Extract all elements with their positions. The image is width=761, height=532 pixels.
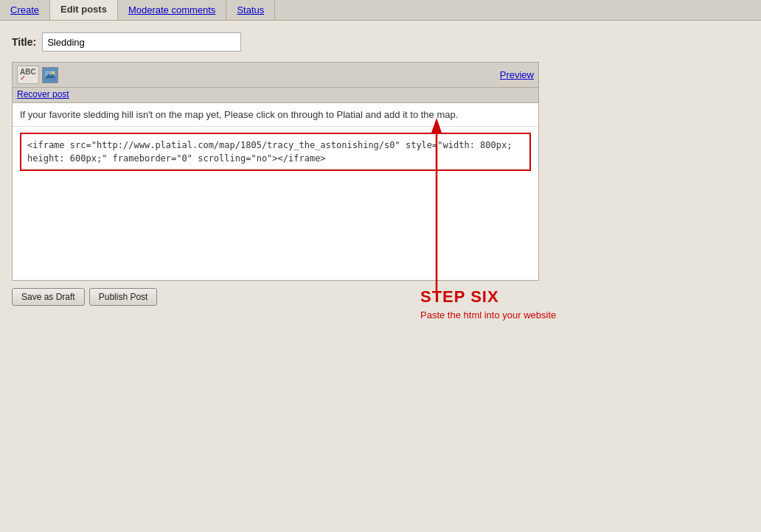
publish-post-button[interactable]: Publish Post [89,288,158,306]
spellcheck-icon[interactable]: ABC ✓ [17,66,39,84]
code-text: <iframe src="http://www.platial.com/map/… [27,140,512,164]
preview-link[interactable]: Preview [500,69,534,80]
image-icon[interactable] [42,67,58,83]
title-input[interactable] [42,32,241,52]
toolbar-left: ABC ✓ [17,66,58,84]
top-nav: Create Edit posts Moderate comments Stat… [0,0,761,21]
main-content: Title: ABC ✓ [0,21,761,532]
editor-container: ABC ✓ Preview Recove [12,62,539,281]
editor-toolbar: ABC ✓ Preview [13,63,538,88]
editor-body: If your favorite sledding hill isn't on … [13,103,538,280]
nav-create[interactable]: Create [0,0,50,20]
intro-text: If your favorite sledding hill isn't on … [13,103,538,127]
nav-status[interactable]: Status [226,0,275,20]
svg-point-3 [52,71,55,74]
buttons-row: Save as Draft Publish Post [12,288,749,306]
title-row: Title: [12,32,749,52]
title-label: Title: [12,36,36,48]
code-highlight-box: <iframe src="http://www.platial.com/map/… [20,133,531,171]
nav-edit-posts[interactable]: Edit posts [50,0,118,20]
page-wrapper: Create Edit posts Moderate comments Stat… [0,0,761,532]
nav-moderate-comments[interactable]: Moderate comments [118,0,227,20]
recover-post-link[interactable]: Recover post [13,88,538,103]
save-draft-button[interactable]: Save as Draft [12,288,85,306]
